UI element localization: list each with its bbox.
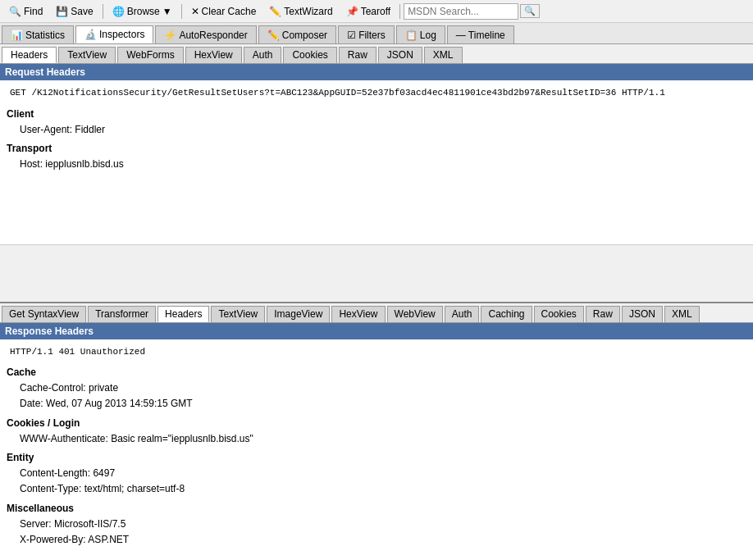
timeline-icon: — (456, 30, 466, 41)
req-tab-cookies[interactable]: Cookies (283, 47, 336, 63)
request-headers-title: Request Headers (0, 64, 753, 80)
main-toolbar: 🔍 Find 💾 Save 🌐 Browse ▼ ✕ Clear Cache ✏… (0, 0, 753, 23)
section-transport: Transport (7, 141, 746, 157)
resp-content-type: Content-Type: text/html; charset=utf-8 (7, 481, 746, 497)
resp-section-cache: Cache (7, 365, 746, 380)
filter-icon: ☑ (347, 30, 356, 41)
section-client-useragent: User-Agent: Fiddler (7, 122, 746, 138)
resp-server: Server: Microsoft-IIS/7.5 (7, 517, 746, 532)
search-go-button[interactable]: 🔍 (520, 4, 540, 18)
res-tab-auth[interactable]: Auth (445, 306, 480, 322)
compose-icon: ✏️ (267, 30, 280, 41)
clear-cache-icon: ✕ (191, 6, 199, 17)
tab-log[interactable]: 📋 Log (396, 25, 445, 43)
req-tab-textview[interactable]: TextView (58, 47, 116, 63)
tab-autoresponder[interactable]: ⚡ AutoResponder (155, 25, 256, 43)
response-headers-title: Response Headers (0, 323, 753, 339)
clear-cache-button[interactable]: ✕ Clear Cache (185, 3, 262, 20)
req-tab-raw[interactable]: Raw (339, 47, 376, 63)
main-container: Headers TextView WebForms HexView Auth C… (0, 44, 753, 560)
res-tab-headers[interactable]: Headers (157, 306, 209, 322)
find-button[interactable]: 🔍 Find (3, 3, 48, 20)
section-client: Client (7, 107, 746, 122)
res-tab-webview[interactable]: WebView (387, 306, 443, 322)
tab-inspectors[interactable]: 🔬 Inspectors (75, 25, 153, 43)
resp-x-powered-by: X-Powered-By: ASP.NET (7, 532, 746, 548)
res-tab-xml[interactable]: XML (664, 306, 700, 322)
divider-3 (399, 4, 400, 19)
section-transport-host: Host: iepplusnlb.bisd.us (7, 157, 746, 172)
main-nav-tabs: 📊 Statistics 🔬 Inspectors ⚡ AutoResponde… (0, 23, 753, 44)
find-icon: 🔍 (9, 6, 21, 17)
inspect-icon: 🔬 (84, 29, 97, 40)
tearoff-button[interactable]: 📌 Tearoff (340, 3, 396, 20)
resp-www-auth: WWW-Authenticate: Basic realm="iepplusnl… (7, 431, 746, 447)
res-tab-json[interactable]: JSON (622, 306, 663, 322)
res-tab-hexview[interactable]: HexView (331, 306, 385, 322)
stats-icon: 📊 (11, 30, 23, 41)
browse-button[interactable]: 🌐 Browse ▼ (107, 3, 178, 20)
log-icon: 📋 (405, 30, 418, 41)
resp-date: Date: Wed, 07 Aug 2013 14:59:15 GMT (7, 396, 746, 412)
res-tab-raw[interactable]: Raw (586, 306, 620, 322)
divider-1 (103, 4, 103, 19)
req-tab-auth[interactable]: Auth (244, 47, 282, 63)
response-panel: Get SyntaxView Transformer Headers TextV… (0, 303, 753, 561)
res-tab-caching[interactable]: Caching (481, 306, 532, 322)
res-tab-syntaxview[interactable]: Get SyntaxView (2, 306, 86, 322)
res-tab-cookies[interactable]: Cookies (534, 306, 584, 322)
search-input[interactable] (404, 3, 518, 20)
textwizard-icon: ✏️ (269, 6, 281, 17)
resp-section-misc: Miscellaneous (7, 501, 746, 517)
req-tab-json[interactable]: JSON (378, 47, 422, 63)
response-sub-tabs: Get SyntaxView Transformer Headers TextV… (0, 303, 753, 323)
auto-icon: ⚡ (164, 30, 176, 41)
tab-timeline[interactable]: — Timeline (447, 25, 514, 43)
resp-section-entity: Entity (7, 450, 746, 466)
tab-statistics[interactable]: 📊 Statistics (2, 25, 74, 43)
request-sub-tabs: Headers TextView WebForms HexView Auth C… (0, 44, 753, 64)
res-tab-imageview[interactable]: ImageView (267, 306, 330, 322)
res-tab-textview[interactable]: TextView (211, 306, 265, 322)
tab-composer[interactable]: ✏️ Composer (258, 25, 336, 43)
resp-cache-control: Cache-Control: private (7, 380, 746, 396)
request-panel: Headers TextView WebForms HexView Auth C… (0, 44, 753, 303)
browse-icon: 🌐 (112, 6, 125, 17)
request-headers-panel: Request Headers GET /K12NotificationsSec… (0, 64, 753, 245)
save-button[interactable]: 💾 Save (50, 3, 98, 20)
request-headers-content: GET /K12NotificationsSecurity/GetResultS… (0, 80, 753, 244)
textwizard-button[interactable]: ✏️ TextWizard (263, 3, 338, 20)
tearoff-icon: 📌 (346, 6, 358, 17)
req-tab-hexview[interactable]: HexView (185, 47, 242, 63)
response-headers-content: HTTP/1.1 401 Unauthorized Cache Cache-Co… (0, 339, 753, 561)
response-status-line: HTTP/1.1 401 Unauthorized (7, 343, 746, 362)
res-tab-transformer[interactable]: Transformer (88, 306, 156, 322)
divider-2 (181, 4, 182, 19)
resp-section-cookies-login: Cookies / Login (7, 416, 746, 431)
req-tab-xml[interactable]: XML (424, 47, 463, 63)
req-tab-headers[interactable]: Headers (2, 47, 57, 63)
request-line: GET /K12NotificationsSecurity/GetResultS… (7, 84, 746, 103)
save-icon: 💾 (56, 6, 68, 17)
req-tab-webforms[interactable]: WebForms (117, 47, 183, 63)
tab-filters[interactable]: ☑ Filters (338, 25, 395, 43)
resp-content-length: Content-Length: 6497 (7, 466, 746, 481)
